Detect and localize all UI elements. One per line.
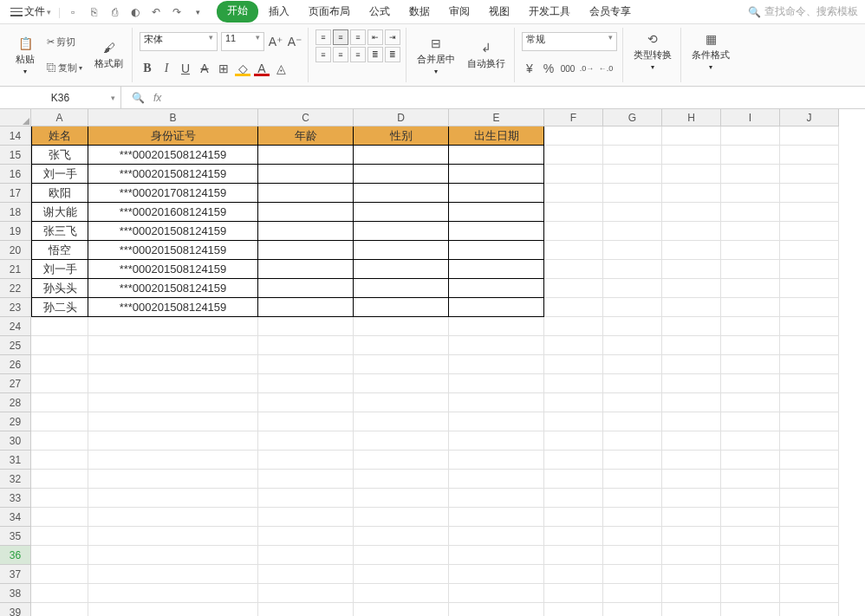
cell-J19[interactable] — [780, 222, 839, 241]
cell-C32[interactable] — [258, 470, 354, 489]
cell-H28[interactable] — [662, 393, 721, 412]
cell-A25[interactable] — [31, 336, 88, 355]
cell-D30[interactable] — [354, 431, 449, 451]
cell-J29[interactable] — [780, 412, 839, 431]
cell-D20[interactable] — [354, 241, 449, 260]
chevron-down-icon[interactable]: ▾ — [189, 3, 206, 21]
cell-C20[interactable] — [258, 241, 354, 260]
cell-I18[interactable] — [721, 203, 780, 222]
cell-E18[interactable] — [449, 203, 544, 222]
select-all-corner[interactable] — [0, 109, 31, 126]
cell-J36[interactable] — [780, 546, 839, 565]
row-header-24[interactable]: 24 — [0, 317, 31, 336]
cell-F33[interactable] — [544, 489, 603, 508]
cell-H15[interactable] — [662, 146, 721, 165]
cell-I36[interactable] — [721, 546, 780, 565]
cell-C34[interactable] — [258, 508, 354, 527]
cell-A15[interactable]: 张飞 — [31, 146, 88, 165]
cell-F18[interactable] — [544, 203, 603, 222]
align-distribute[interactable]: ≣ — [385, 47, 400, 62]
cell-E31[interactable] — [449, 451, 544, 470]
wrap-text-button[interactable]: ↲自动换行 — [464, 29, 509, 81]
tab-页面布局[interactable]: 页面布局 — [300, 1, 359, 23]
row-header-17[interactable]: 17 — [0, 184, 31, 203]
cell-H14[interactable] — [662, 126, 721, 146]
cell-F17[interactable] — [544, 184, 603, 203]
cell-B39[interactable] — [88, 603, 258, 616]
cell-D38[interactable] — [354, 584, 449, 603]
cell-H20[interactable] — [662, 241, 721, 260]
align-justify[interactable]: ≣ — [367, 47, 383, 62]
cell-F32[interactable] — [544, 470, 603, 489]
cell-C18[interactable] — [258, 203, 354, 222]
cell-G15[interactable] — [603, 146, 662, 165]
tab-开发工具[interactable]: 开发工具 — [520, 1, 579, 23]
cell-I24[interactable] — [721, 317, 780, 336]
cell-C21[interactable] — [258, 260, 354, 279]
cell-G14[interactable] — [603, 126, 662, 146]
cell-I38[interactable] — [721, 584, 780, 603]
cell-F39[interactable] — [544, 603, 603, 616]
cell-I14[interactable] — [721, 126, 780, 146]
cell-G16[interactable] — [603, 165, 662, 184]
cell-B20[interactable]: ***000201508124159 — [88, 241, 258, 260]
cell-E14[interactable]: 出生日期 — [449, 126, 544, 146]
cell-I28[interactable] — [721, 393, 780, 412]
cell-A29[interactable] — [31, 412, 88, 431]
number-format-select[interactable]: 常规 — [522, 32, 617, 51]
cell-J39[interactable] — [780, 603, 839, 616]
row-header-18[interactable]: 18 — [0, 203, 31, 222]
cell-D23[interactable] — [354, 298, 449, 317]
row-header-36[interactable]: 36 — [0, 546, 31, 565]
cell-D28[interactable] — [354, 393, 449, 412]
cell-A36[interactable] — [31, 546, 88, 565]
cell-E30[interactable] — [449, 431, 544, 451]
paste-button[interactable]: 📋 粘贴▾ — [12, 29, 38, 81]
cell-H31[interactable] — [662, 451, 721, 470]
cell-I25[interactable] — [721, 336, 780, 355]
cell-H16[interactable] — [662, 165, 721, 184]
cell-E29[interactable] — [449, 412, 544, 431]
cell-A34[interactable] — [31, 508, 88, 527]
cell-F21[interactable] — [544, 260, 603, 279]
name-box[interactable]: K36 — [0, 87, 121, 108]
cell-C33[interactable] — [258, 489, 354, 508]
cell-E26[interactable] — [449, 355, 544, 374]
cell-G24[interactable] — [603, 317, 662, 336]
cell-E19[interactable] — [449, 222, 544, 241]
cell-F20[interactable] — [544, 241, 603, 260]
cell-A32[interactable] — [31, 470, 88, 489]
cell-B25[interactable] — [88, 336, 258, 355]
col-header-G[interactable]: G — [603, 109, 662, 126]
cell-B15[interactable]: ***000201508124159 — [88, 146, 258, 165]
cell-D27[interactable] — [354, 374, 449, 393]
cell-A26[interactable] — [31, 355, 88, 374]
cell-E24[interactable] — [449, 317, 544, 336]
fill-color-button[interactable]: ◇ — [235, 61, 250, 76]
indent-increase[interactable]: ⇥ — [385, 29, 400, 45]
cell-A30[interactable] — [31, 431, 88, 451]
cell-F28[interactable] — [544, 393, 603, 412]
cell-D19[interactable] — [354, 222, 449, 241]
cell-B24[interactable] — [88, 317, 258, 336]
cell-G19[interactable] — [603, 222, 662, 241]
cell-D21[interactable] — [354, 260, 449, 279]
cell-G20[interactable] — [603, 241, 662, 260]
cell-A22[interactable]: 孙头头 — [31, 279, 88, 298]
row-header-29[interactable]: 29 — [0, 412, 31, 431]
comma-icon[interactable]: 000 — [560, 61, 576, 76]
percent-icon[interactable]: % — [541, 61, 556, 76]
cell-E22[interactable] — [449, 279, 544, 298]
cell-D36[interactable] — [354, 546, 449, 565]
cell-J35[interactable] — [780, 527, 839, 546]
cell-J26[interactable] — [780, 355, 839, 374]
cell-C24[interactable] — [258, 317, 354, 336]
cell-D25[interactable] — [354, 336, 449, 355]
cell-I35[interactable] — [721, 527, 780, 546]
col-header-F[interactable]: F — [544, 109, 603, 126]
cell-H35[interactable] — [662, 527, 721, 546]
cell-D37[interactable] — [354, 565, 449, 584]
cell-J38[interactable] — [780, 584, 839, 603]
cell-H34[interactable] — [662, 508, 721, 527]
cell-G30[interactable] — [603, 431, 662, 451]
